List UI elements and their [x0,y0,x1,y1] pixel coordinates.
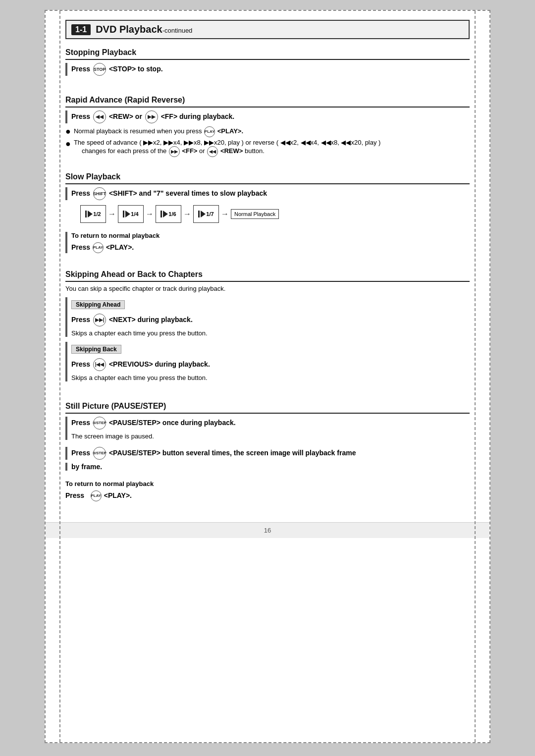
rapid-title: Rapid Advance (Rapid Reverse) [65,91,470,108]
section-still: Still Picture (PAUSE/STEP) Press II/STEP… [65,397,470,501]
play-button-icon-2: PLAY [93,242,104,253]
title-suffix: -continued [162,27,193,34]
skipping-ahead-desc: Skips a chapter each time you press the … [71,329,470,337]
slow-return-title: To return to normal playback [71,232,470,239]
slow-press-row: Press SHIFT <SHIFT> and "7" several time… [65,187,470,200]
slow-return-press: Press PLAY <PLAY>. [71,242,470,253]
stopping-press-row: Press STOP <STOP> to stop. [65,63,470,76]
normal-playback-box: Normal Playback [231,209,279,219]
slow-box-quarter: 1/4 [118,205,144,223]
ff-button-icon: ▶▶ [145,110,158,123]
still-by-frame: by frame. [71,463,470,471]
content-area: 1-1 DVD Playback-continued Stopping Play… [65,20,470,514]
still-press2: Press II/STEP <PAUSE/STEP> button severa… [71,447,470,460]
section-title: DVD Playback-continued [96,24,192,35]
skipping-back-group: Skipping Back Press |◀◀ <PREVIOUS> durin… [65,342,470,381]
play-button-icon-1: PLAY [204,126,215,137]
rew-button-icon-2: ◀◀ [207,146,218,157]
page-number: 16 [46,522,489,538]
pause-step-icon-2: II/STEP [93,447,106,460]
ff-button-icon-2: ▶▶ [169,146,180,157]
play-button-icon-3: PLAY [91,490,102,501]
slow-diagram: 1/2 → 1/4 → 1/6 → [80,205,470,223]
section-slow: Slow Playback Press SHIFT <SHIFT> and "7… [65,167,470,253]
skipping-title: Skipping Ahead or Back to Chapters [65,265,470,282]
slow-title: Slow Playback [65,167,470,184]
still-press2-row: Press II/STEP <PAUSE/STEP> button severa… [65,447,470,460]
rew-button-icon: ◀◀ [93,110,106,123]
still-press1: Press II/STEP <PAUSE/STEP> once during p… [71,417,470,430]
still-press1-row: Press II/STEP <PAUSE/STEP> once during p… [65,417,470,440]
rapid-bullet1: ● Normal playback is resumed when you pr… [65,126,470,137]
pause-step-icon-1: II/STEP [93,417,106,430]
still-return-title: To return to normal playback [65,480,470,487]
section-stopping: Stopping Playback Press STOP <STOP> to s… [65,43,470,76]
skipping-back-press: Press |◀◀ <PREVIOUS> during playback. [71,358,470,371]
slow-box-seventh: 1/7 [193,205,219,223]
skipping-back-desc: Skips a chapter each time you press the … [71,374,470,381]
next-button-icon: ▶▶| [93,314,106,326]
section-rapid: Rapid Advance (Rapid Reverse) Press ◀◀ <… [65,91,470,157]
slow-box-half: 1/2 [80,205,106,223]
section-skipping: Skipping Ahead or Back to Chapters You c… [65,265,470,381]
skipping-intro: You can skip a specific chapter or track… [65,285,470,292]
skipping-back-label: Skipping Back [71,345,121,354]
section-tag: 1-1 [71,24,91,35]
still-desc1: The screen image is paused. [71,432,470,440]
header-bar: 1-1 DVD Playback-continued [65,20,470,39]
still-return-press: Press PLAY <PLAY>. [65,490,470,501]
skipping-ahead-label: Skipping Ahead [71,300,125,309]
skipping-ahead-group: Skipping Ahead Press ▶▶| <NEXT> during p… [65,297,470,337]
stop-button-icon: STOP [93,63,106,76]
rapid-press-row: Press ◀◀ <REW> or ▶▶ <FF> during playbac… [65,110,470,123]
rapid-press-line: Press ◀◀ <REW> or ▶▶ <FF> during playbac… [71,112,234,120]
prev-button-icon: |◀◀ [93,358,106,371]
still-title: Still Picture (PAUSE/STEP) [65,397,470,414]
page: 1-1 DVD Playback-continued Stopping Play… [45,10,490,743]
still-desc2-row: by frame. [65,463,470,471]
slow-return-row: To return to normal playback Press PLAY … [65,232,470,253]
shift-button-icon: SHIFT [93,187,106,200]
title-text: DVD Playback [96,24,162,35]
slow-box-sixth: 1/6 [156,205,181,223]
stopping-press-line: Press STOP <STOP> to stop. [71,65,163,73]
rapid-bullet2: ● The speed of advance ( ▶▶x2, ▶▶x4, ▶▶x… [65,139,470,157]
skipping-ahead-press: Press ▶▶| <NEXT> during playback. [71,314,470,326]
slow-press-line: Press SHIFT <SHIFT> and "7" several time… [71,189,267,197]
stopping-title: Stopping Playback [65,43,470,60]
